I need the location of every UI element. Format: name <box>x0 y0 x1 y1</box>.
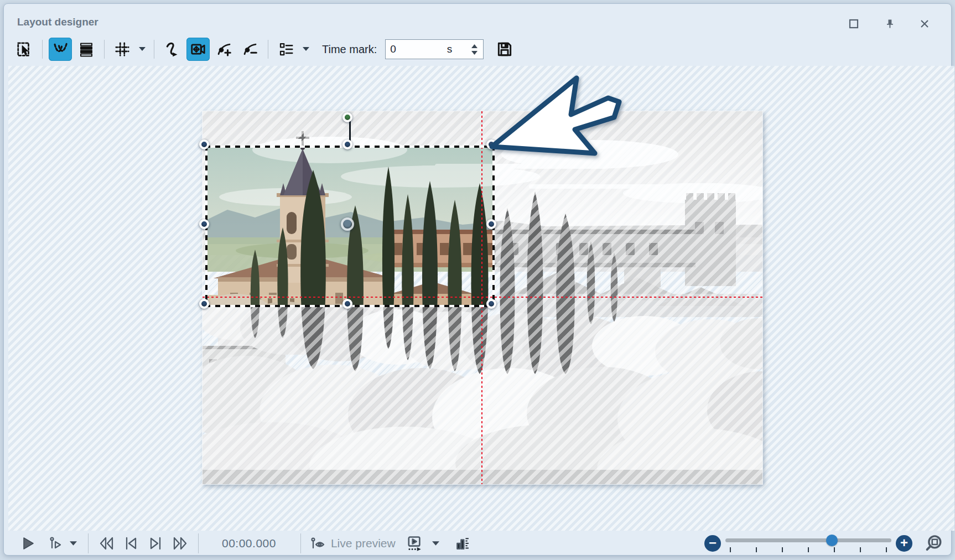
zoom-fit-button[interactable] <box>923 532 944 554</box>
slide-image[interactable] <box>203 111 762 484</box>
time-mark-unit: s <box>447 43 453 55</box>
zoom-in-glyph: + <box>900 536 908 549</box>
maximize-button[interactable] <box>846 16 861 32</box>
toolbar-separator <box>42 40 43 59</box>
close-button[interactable] <box>917 16 932 32</box>
pin-icon <box>884 18 895 29</box>
play-from-mark-icon <box>49 536 63 551</box>
statistics-icon <box>454 536 470 551</box>
grid-button[interactable] <box>111 38 134 61</box>
time-mark-spinner[interactable] <box>468 40 481 59</box>
page-title: Layout designer <box>17 16 98 28</box>
layout-designer-window: Layout designer <box>0 0 955 560</box>
spinner-down-icon <box>471 51 478 55</box>
resize-handle-bottom-left[interactable] <box>199 299 209 309</box>
resize-handle-bottom-center[interactable] <box>342 299 352 309</box>
layout-canvas[interactable] <box>8 66 954 531</box>
zoom-slider[interactable] <box>725 534 891 553</box>
playback-bar: 00:00.000 Live preview <box>8 528 954 558</box>
motion-path-icon <box>52 41 69 58</box>
smooth-path-button[interactable] <box>160 38 184 61</box>
skip-start-icon <box>98 536 115 551</box>
zoom-slider-track[interactable] <box>725 538 891 542</box>
slider-tick <box>886 547 887 552</box>
play-from-time-mark-button[interactable] <box>46 532 66 554</box>
resize-handle-middle-left[interactable] <box>199 219 209 229</box>
camera-pan-icon <box>190 41 206 58</box>
zoom-in-button[interactable]: + <box>896 535 912 552</box>
move-handle-center[interactable] <box>341 217 354 231</box>
select-mode-button[interactable] <box>13 38 36 61</box>
resize-handle-top-center[interactable] <box>342 139 352 149</box>
layers-button[interactable] <box>75 38 98 61</box>
resize-handle-top-left[interactable] <box>199 139 209 149</box>
motion-path-mode-button[interactable] <box>49 38 72 61</box>
pin-button[interactable] <box>882 16 897 32</box>
window-chrome: Layout designer <box>3 3 952 556</box>
slider-tick <box>782 547 783 552</box>
pin-eye-icon <box>310 536 326 551</box>
bar-separator <box>88 533 89 553</box>
slider-tick <box>808 547 809 552</box>
chevron-down-icon <box>70 541 77 546</box>
resize-handle-bottom-right[interactable] <box>486 299 496 309</box>
time-mark-field: s <box>385 39 484 59</box>
play-icon <box>21 536 35 551</box>
chevron-down-icon <box>432 541 439 546</box>
skip-to-start-button[interactable] <box>96 532 117 554</box>
play-options-dropdown[interactable] <box>66 532 80 554</box>
keyframe-plus-icon <box>216 41 232 58</box>
object-list-icon <box>278 41 294 58</box>
zoom-out-button[interactable]: − <box>704 535 721 552</box>
chevron-down-icon <box>303 47 309 51</box>
next-frame-icon <box>148 536 163 551</box>
next-keyframe-button[interactable] <box>145 532 166 554</box>
bar-separator <box>300 533 301 553</box>
close-icon <box>920 19 930 29</box>
add-keyframe-button[interactable] <box>212 38 236 61</box>
remove-keyframe-button[interactable] <box>238 38 262 61</box>
toolbar-separator <box>268 40 268 59</box>
previous-keyframe-button[interactable] <box>121 532 142 554</box>
live-preview-label: Live preview <box>331 537 396 550</box>
preview-window-button[interactable] <box>403 532 424 554</box>
spinner-up-icon <box>471 44 478 48</box>
zoom-fit-magnifier-icon <box>925 534 943 553</box>
zoom-slider-thumb[interactable] <box>826 535 838 546</box>
skip-end-icon <box>172 536 188 551</box>
save-button[interactable] <box>493 38 516 61</box>
resize-handle-middle-right[interactable] <box>486 219 496 229</box>
toolbar-separator <box>154 40 154 59</box>
zoom-out-glyph: − <box>709 536 717 549</box>
s-curve-icon <box>164 41 180 58</box>
grid-icon <box>114 41 131 58</box>
bar-separator <box>198 533 199 553</box>
skip-to-end-button[interactable] <box>169 532 190 554</box>
layers-icon <box>78 41 95 58</box>
object-list-button[interactable] <box>274 38 298 61</box>
preview-window-icon <box>406 535 422 552</box>
save-floppy-icon <box>496 40 513 58</box>
toolbar: Time mark: s <box>13 36 516 63</box>
slider-tick <box>834 547 835 552</box>
rotation-handle[interactable] <box>342 112 352 122</box>
statistics-button[interactable] <box>452 532 472 554</box>
object-list-dropdown[interactable] <box>300 38 312 61</box>
slider-tick <box>860 547 861 552</box>
preview-options-dropdown[interactable] <box>429 532 443 554</box>
time-mark-label: Time mark: <box>322 43 377 56</box>
keyframe-minus-icon <box>242 41 258 58</box>
chevron-down-icon <box>139 47 146 51</box>
previous-frame-icon <box>124 536 138 551</box>
select-tool-icon <box>16 41 33 58</box>
maximize-icon <box>849 19 859 29</box>
live-preview-toggle[interactable] <box>309 532 328 554</box>
grid-dropdown[interactable] <box>137 38 148 61</box>
play-button[interactable] <box>17 532 39 554</box>
slider-tick <box>756 547 757 552</box>
toolbar-separator <box>104 40 105 59</box>
resize-handle-top-right[interactable] <box>486 139 496 149</box>
camera-pan-button[interactable] <box>186 38 210 61</box>
time-mark-input[interactable] <box>386 43 435 55</box>
time-display: 00:00.000 <box>222 537 276 550</box>
